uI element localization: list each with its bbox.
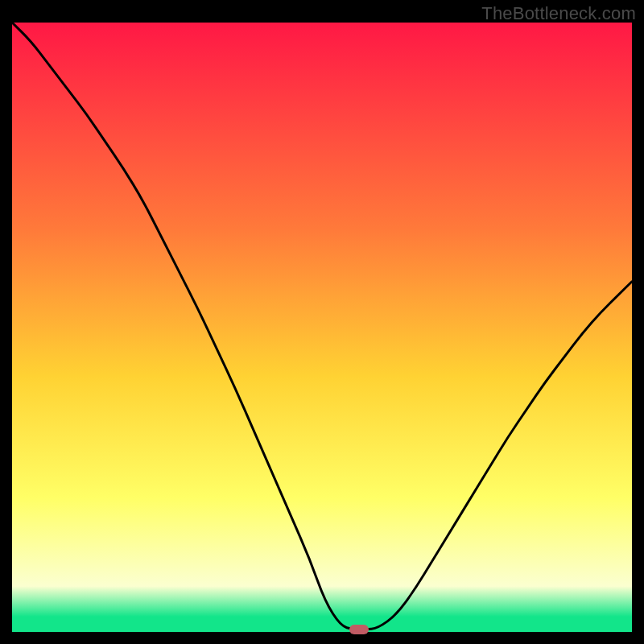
plot-area (12, 23, 632, 632)
gradient-rect (12, 23, 632, 632)
chart-svg (12, 23, 632, 632)
chart-stage: TheBottleneck.com (0, 0, 644, 644)
watermark-text: TheBottleneck.com (481, 3, 636, 24)
optimum-marker (349, 625, 369, 634)
